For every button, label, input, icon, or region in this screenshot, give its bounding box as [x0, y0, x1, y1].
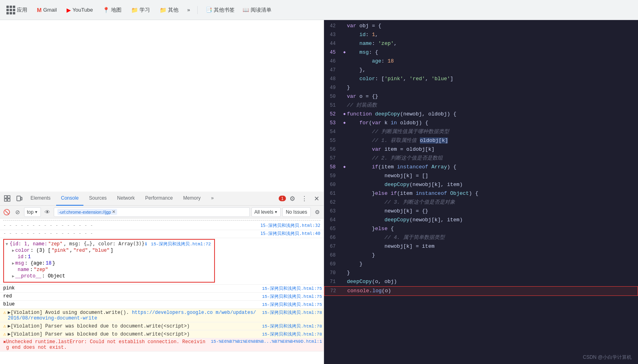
console-source-link-40[interactable]: 15-深拷贝和浅拷贝.html:32 [257, 222, 320, 229]
other-bookmarks-label: 其他书签 [214, 6, 235, 14]
bookmark-youtube[interactable]: ▶ YouTube [63, 5, 96, 15]
msg-val: 18 [46, 261, 51, 266]
console-entry-violation3: ⚠ ▶[Violation] Parser was blocked due to… [0, 330, 324, 338]
devtools-settings-btn[interactable]: ⚙ [287, 193, 298, 204]
main-layout: Elements Console Sources Network Perform… [0, 20, 638, 364]
other-bookmarks-btn[interactable]: 📑 其他书签 [203, 5, 238, 15]
tab-memory[interactable]: Memory [178, 192, 205, 206]
code-line-63: 63 newobj[k] = {} [324, 207, 638, 216]
blue-source[interactable]: 15-深拷贝和浅拷贝.html:75 [259, 301, 322, 307]
bookmark-maps[interactable]: 📍 地图 [99, 5, 125, 15]
tab-elements[interactable]: Elements [26, 192, 55, 206]
device-toggle-btn[interactable] [14, 193, 25, 204]
msg-colon: : {age: [25, 261, 45, 266]
levels-value: All levels [254, 209, 273, 215]
line-content-57: // 2. 判断这个值是否是数组 [347, 154, 638, 163]
code-line-42: 42 var obj = { [324, 22, 638, 30]
code-line-66: 66 // 4. 属于简单数据类型 [324, 233, 638, 242]
console-output[interactable]: - - - - - - - - - - - - - - - - 15-深拷贝和浅… [0, 218, 324, 364]
name-val: "zep" [34, 267, 48, 273]
pink-source[interactable]: 15-深拷贝和浅拷贝.html:75 [259, 285, 322, 291]
context-selector[interactable]: top ▼ [24, 207, 41, 217]
violation3-source[interactable]: 15-深拷贝和浅拷贝.html:78 [259, 331, 322, 337]
line-content-65: }else { [347, 224, 638, 233]
code-line-47: 47 }, [324, 66, 638, 75]
line-num-70: 70 [324, 269, 342, 277]
obj-child-msg[interactable]: ▶ msg : {age: 18} [12, 260, 211, 267]
tab-performance[interactable]: Performance [140, 192, 178, 206]
watermark: CSDN @小白学计算机 [324, 352, 638, 364]
obj-info-icon[interactable]: ℹ [145, 241, 147, 247]
line-gutter-52: ◆ [342, 110, 347, 119]
console-source-link-40b[interactable]: 15-深拷贝和浅拷贝.html:40 [257, 231, 320, 237]
more-bookmarks-btn[interactable]: » [185, 5, 192, 14]
line-content-49: } [347, 83, 638, 92]
red-source[interactable]: 15-深拷贝和浅拷贝.html:75 [259, 293, 322, 299]
levels-selector[interactable]: All levels ▼ [251, 207, 280, 217]
filter-tag-close-btn[interactable]: ✕ [112, 209, 115, 214]
bookmark-other[interactable]: 📁 其他 [156, 5, 182, 15]
console-entry-violation1: ⚠ ▶[Violation] Avoid using document.writ… [0, 309, 324, 322]
clear-console-btn[interactable]: 🚫 [2, 207, 11, 217]
filter-input-container[interactable]: -url:chrome-extension://jgp ✕ [54, 207, 250, 217]
obj-child-name: name : "zep" [12, 267, 211, 273]
console-entry-pink: pink 15-深拷贝和浅拷贝.html:75 [0, 285, 324, 293]
obj-header-row[interactable]: ▼ {id: 1, name: "zep", msg: {…}, color: … [6, 241, 211, 247]
reading-list-btn[interactable]: 📖 阅读清单 [239, 5, 275, 15]
line-content-58: if(item instanceof Array) { [347, 163, 638, 172]
bookmarks-separator [197, 6, 198, 14]
tab-console[interactable]: Console [56, 192, 83, 206]
apps-button[interactable]: 应用 [3, 4, 30, 16]
violation1-link[interactable]: https://developers.google.co m/web/updat… [8, 310, 256, 321]
line-content-69: } [347, 260, 638, 269]
line-content-50: var o = {} [347, 92, 638, 101]
violation2-source[interactable]: 15-深拷贝和浅拷贝.html:78 [259, 323, 322, 329]
console-entry-blue: blue 15-深拷贝和浅拷贝.html:75 [0, 301, 324, 309]
filter-btn[interactable]: ⊘ [13, 207, 22, 217]
code-line-52: 52 ◆ function deepCopy(newobj, oldobj) { [324, 110, 638, 119]
line-content-42: var obj = { [347, 22, 638, 30]
filter-tag[interactable]: -url:chrome-extension://jgp ✕ [57, 209, 117, 215]
right-bookmarks: 📑 其他书签 📖 阅读清单 [203, 5, 275, 15]
code-line-69: 69 } [324, 260, 638, 269]
tab-more[interactable]: » [206, 192, 219, 206]
blue-text: blue [3, 301, 259, 307]
violation1-source[interactable]: 15-深拷贝和浅拷贝.html:78 [259, 309, 322, 315]
id-colon: : [24, 254, 27, 260]
console-entry-separator2: - - - - - - - - - - - - - - - - 15-深拷贝和浅… [0, 230, 324, 238]
line-content-71: deepCopy(o, obj) [347, 277, 638, 286]
code-line-54: 54 // 判断属性值属于哪种数据类型 [324, 127, 638, 136]
line-content-53: for(var k in oldobj) { [347, 119, 638, 127]
obj-header-text: {id: 1, name: [10, 241, 47, 247]
inspect-element-btn[interactable] [2, 193, 13, 204]
tab-network[interactable]: Network [112, 192, 140, 206]
tab-sources[interactable]: Sources [84, 192, 111, 206]
eye-btn[interactable]: 👁 [43, 207, 52, 217]
filter-text-input[interactable] [119, 209, 247, 215]
console-settings-btn[interactable]: ⚙ [312, 207, 322, 217]
highlight-oldobj: oldobj[k] [420, 138, 448, 144]
proto-expand-icon: ▶ [12, 274, 14, 279]
code-line-51: 51 // 封装函数 [324, 101, 638, 110]
console-source-link-72[interactable]: 15-深拷贝和浅拷贝.html:72 [148, 241, 211, 247]
console-entry-object: ▼ {id: 1, name: "zep", msg: {…}, color: … [0, 238, 324, 285]
error-source[interactable]: 15-%E6%B7%B1%E6%8B%B...%B7%E8%B4%9D.html… [208, 339, 322, 344]
devtools-more-btn[interactable]: ⋮ [299, 193, 310, 204]
other-bookmarks-icon: 📑 [206, 7, 212, 13]
code-line-65: 65 }else { [324, 224, 638, 233]
devtools-toolbar: Elements Console Sources Network Perform… [0, 192, 324, 206]
line-content-44: name: 'zep', [347, 39, 638, 48]
devtools-close-btn[interactable]: ✕ [311, 193, 322, 204]
color-key: color [15, 248, 30, 253]
line-num-71: 71 [324, 277, 342, 286]
line-content-56: var item = oldobj[k] [347, 145, 638, 154]
no-issues-indicator: No Issues [282, 207, 311, 217]
bookmark-gmail[interactable]: M Gmail [34, 5, 60, 15]
obj-child-proto[interactable]: ▶ __proto__ : Object [12, 273, 211, 279]
maps-label: 地图 [111, 6, 122, 14]
obj-child-color[interactable]: ▶ color : (3) ["pink", "red", "blue"] [12, 247, 211, 254]
bookmark-study[interactable]: 📁 学习 [128, 5, 153, 15]
color-val2: "red" [73, 248, 88, 253]
violation3-content: ▶[Violation] Parser was blocked due to d… [8, 331, 259, 337]
code-line-43: 43 id: 1, [324, 30, 638, 39]
